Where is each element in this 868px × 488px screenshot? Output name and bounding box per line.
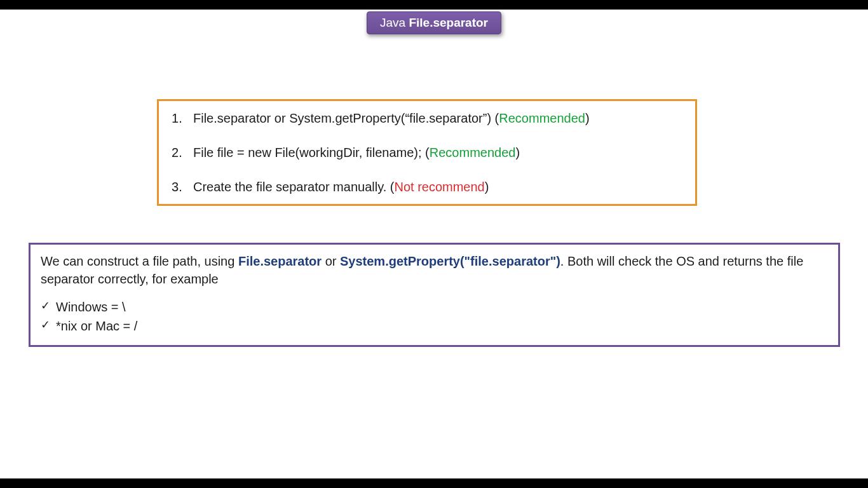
method-item-3: Create the file separator manually. (Not… — [172, 179, 689, 195]
explanation-paragraph: We can construct a file path, using File… — [41, 252, 828, 288]
method-2-suffix: ) — [515, 146, 520, 159]
slide-title: Java File.separator — [367, 11, 501, 34]
explain-part2: or — [322, 254, 340, 268]
bottom-border-bar — [0, 478, 868, 488]
example-windows: Windows = \ — [41, 298, 828, 316]
explain-part1: We can construct a file path, using — [41, 254, 238, 268]
methods-box: File.separator or System.getProperty(“fi… — [157, 99, 697, 206]
method-1-text: File.separator or System.getProperty(“fi… — [193, 111, 499, 125]
explain-code2: System.getProperty("file.separator") — [340, 254, 560, 268]
method-item-2: File file = new File(workingDir, filenam… — [172, 144, 689, 161]
title-prefix: Java — [380, 16, 409, 29]
method-1-tag: Recommended — [499, 111, 585, 125]
method-2-text: File file = new File(workingDir, filenam… — [193, 146, 430, 159]
example-nix: *nix or Mac = / — [41, 317, 828, 335]
explain-code1: File.separator — [238, 254, 322, 268]
method-2-tag: Recommended — [430, 146, 516, 159]
explanation-box: We can construct a file path, using File… — [29, 243, 840, 347]
method-item-1: File.separator or System.getProperty(“fi… — [172, 110, 689, 126]
os-examples-list: Windows = \ *nix or Mac = / — [41, 298, 828, 335]
method-3-suffix: ) — [485, 180, 489, 194]
top-border-bar — [0, 0, 868, 10]
methods-list: File.separator or System.getProperty(“fi… — [172, 110, 689, 195]
title-main: File.separator — [409, 16, 488, 29]
method-1-suffix: ) — [585, 111, 590, 125]
method-3-text: Create the file separator manually. ( — [193, 180, 394, 194]
method-3-tag: Not recommend — [394, 180, 484, 194]
